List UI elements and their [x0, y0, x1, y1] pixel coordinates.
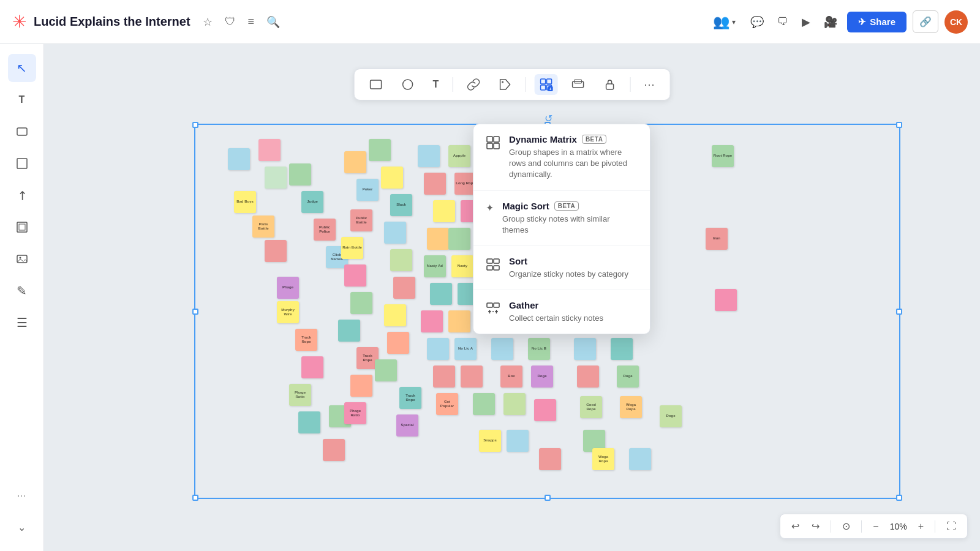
sticky-note-43[interactable]: Nasty Ad [424, 255, 446, 277]
sticky-note-44[interactable] [430, 283, 452, 305]
canvas[interactable]: Bad BoysParis BottleJudgePublic PoliceCl… [44, 44, 980, 551]
dropdown-item-dynamic-matrix[interactable]: Dynamic Matrix BETA Group shapes in a ma… [473, 124, 650, 191]
handle-bottom-right[interactable] [896, 495, 902, 501]
sticky-note-0[interactable] [228, 148, 250, 170]
sticky-note-102[interactable]: Doge [617, 365, 639, 388]
sticky-note-55[interactable] [448, 310, 470, 332]
sticky-note-80[interactable] [534, 399, 556, 421]
menu-button[interactable]: ≡ [244, 13, 258, 31]
sticky-note-14[interactable]: Phage Ratio [289, 384, 311, 406]
sticky-note-18[interactable] [344, 151, 366, 173]
shape-tool-button[interactable] [8, 118, 36, 146]
sticky-note-93[interactable]: Woga Ropa [592, 448, 614, 470]
sticky-note-13[interactable] [301, 356, 323, 378]
center-view-button[interactable]: ⊙ [839, 518, 854, 534]
sticky-note-108[interactable] [715, 289, 737, 311]
sticky-note-41[interactable] [433, 200, 455, 222]
sticky-note-107[interactable]: Root Rope [712, 145, 734, 167]
sticky-note-39[interactable] [418, 145, 440, 167]
sticky-note-104[interactable] [629, 448, 651, 470]
sticky-note-91[interactable]: Good Rope [580, 396, 602, 418]
sticky-note-58[interactable] [473, 393, 495, 415]
rotate-handle[interactable]: ↺ [545, 113, 551, 119]
sticky-note-10[interactable]: Phage [277, 277, 299, 299]
sticky-note-22[interactable] [344, 264, 366, 287]
sticky-note-89[interactable] [574, 338, 596, 360]
comment-button[interactable]: 🗨 [774, 12, 792, 32]
sticky-note-28[interactable] [369, 139, 391, 161]
share-button[interactable]: ✈ Share [847, 12, 907, 32]
sticky-note-81[interactable] [539, 448, 561, 470]
sticky-note-52[interactable] [448, 228, 470, 250]
dropdown-item-magic-sort[interactable]: ✦ Magic Sort BETA Group sticky notes wit… [473, 191, 650, 246]
group-button[interactable] [566, 74, 589, 95]
sticky-note-4[interactable]: Paris Bottle [252, 216, 274, 238]
sticky-note-3[interactable]: Bad Boys [234, 191, 256, 213]
sticky-note-56[interactable]: No Lic A [454, 338, 477, 360]
zoom-in-button[interactable]: + [914, 519, 927, 534]
more-tools-button[interactable]: ··· [8, 481, 36, 509]
sticky-note-48[interactable]: Get Popular [436, 393, 458, 415]
sticky-note-12[interactable]: Track Rope [295, 329, 317, 351]
card-tool-button[interactable] [364, 74, 388, 95]
chat-button[interactable]: 💬 [747, 12, 767, 32]
sticky-note-2[interactable] [265, 167, 287, 189]
sticky-note-7[interactable]: Judge [301, 191, 323, 213]
sticky-note-5[interactable] [265, 240, 287, 262]
sticky-note-6[interactable] [289, 163, 311, 186]
sticky-note-11[interactable]: Murphy Wire [277, 301, 299, 323]
handle-bottom-mid[interactable] [545, 495, 551, 501]
sticky-note-33[interactable] [393, 277, 415, 299]
collapse-button[interactable]: ⌄ [8, 513, 36, 541]
sticky-note-106[interactable]: Bun [706, 228, 728, 250]
rect-tool-button[interactable] [8, 149, 36, 178]
text-insert-button[interactable]: T [428, 75, 444, 94]
handle-top-left[interactable] [192, 122, 198, 128]
sticky-note-24[interactable] [338, 320, 360, 342]
sticky-note-101[interactable] [611, 338, 633, 360]
star-button[interactable]: ☆ [199, 13, 216, 31]
sticky-note-47[interactable] [433, 365, 455, 388]
link-copy-button[interactable]: 🔗 [913, 10, 938, 33]
frame-tool-button[interactable] [8, 213, 36, 241]
people-button[interactable]: 👥 ▾ [708, 10, 741, 34]
sticky-note-37[interactable]: Track Rope [399, 387, 421, 409]
dropdown-item-gather[interactable]: Gather Collect certain sticky notes [473, 290, 650, 334]
search-button[interactable]: 🔍 [263, 13, 284, 31]
sticky-note-27[interactable]: Phage Ratio [344, 402, 366, 424]
play-button[interactable]: ▶ [798, 12, 814, 32]
sticky-note-68[interactable]: Box [500, 365, 522, 388]
notes-tool-button[interactable]: ☰ [8, 309, 36, 337]
tag-button[interactable] [493, 74, 516, 95]
avatar[interactable]: CK [944, 10, 968, 34]
sticky-note-20[interactable]: Public Bottle [350, 209, 372, 231]
sticky-note-69[interactable] [503, 393, 526, 415]
redo-button[interactable]: ↪ [808, 518, 823, 534]
shield-button[interactable]: 🛡 [221, 13, 239, 31]
sticky-note-46[interactable] [427, 338, 449, 360]
handle-mid-left[interactable] [192, 309, 198, 315]
sticky-note-90[interactable] [577, 365, 599, 388]
sticky-note-38[interactable]: Special [396, 414, 418, 437]
sticky-note-30[interactable]: Slack [390, 194, 412, 216]
zoom-out-button[interactable]: − [869, 519, 882, 534]
sticky-note-15[interactable] [298, 411, 320, 433]
video-button[interactable]: 🎥 [820, 12, 841, 32]
sticky-note-42[interactable] [427, 228, 449, 250]
sticky-note-49[interactable]: Appple [448, 145, 470, 167]
pen-tool-button[interactable]: ✎ [8, 277, 36, 305]
arrow-tool-button[interactable]: ↗ [2, 175, 42, 215]
fullscreen-button[interactable]: ⛶ [943, 519, 960, 534]
sticky-note-79[interactable]: Doge [531, 365, 553, 388]
sticky-note-40[interactable] [424, 173, 446, 195]
sticky-note-70[interactable] [507, 430, 529, 452]
sticky-note-67[interactable] [491, 338, 513, 360]
select-tool-button[interactable]: ↖ [8, 54, 36, 82]
sticky-note-34[interactable] [384, 304, 406, 326]
sticky-note-57[interactable] [461, 365, 483, 388]
sticky-note-32[interactable] [390, 249, 412, 271]
sticky-note-29[interactable] [381, 167, 403, 189]
grid-organize-button[interactable]: + [534, 74, 557, 95]
handle-bottom-left[interactable] [192, 495, 198, 501]
lock-button[interactable] [598, 74, 621, 95]
